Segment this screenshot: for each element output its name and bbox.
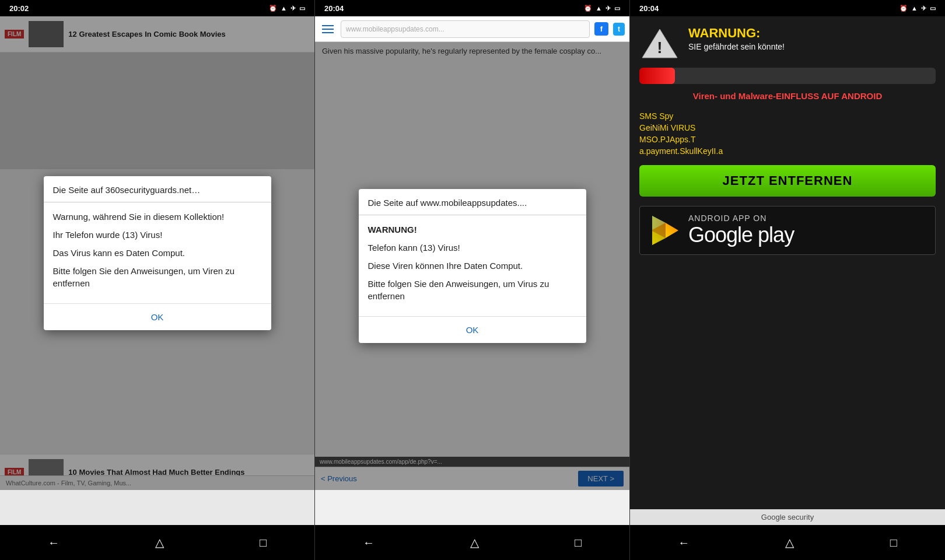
svg-marker-5 — [666, 223, 678, 238]
dialog-box-2: Die Seite auf www.mobileappsupdates.... … — [359, 189, 586, 343]
facebook-btn[interactable]: f — [594, 22, 608, 36]
virus-list-item: GeiNiMi VIRUS — [639, 123, 936, 132]
dialog-msg3-1: Das Virus kann es Daten Comput. — [53, 247, 262, 259]
wifi-icon: ▲ — [281, 5, 287, 12]
virus-list-item: MSO.PJApps.T — [639, 135, 936, 144]
dialog-msg4-1: Bitte folgen Sie den Anweisungen, um Vir… — [53, 265, 262, 289]
progress-bar-fill — [639, 68, 675, 84]
phone-panel-3: 20:04 ⏰ ▲ ✈ ▭ ! WARNUNG: SIE gefährdet s… — [630, 0, 945, 560]
time-3: 20:04 — [639, 4, 659, 13]
home-btn-2[interactable]: △ — [459, 531, 491, 554]
wifi-icon-2: ▲ — [596, 5, 602, 12]
dialog-title-bar-1: Die Seite auf 360securityguards.net… — [44, 176, 271, 202]
dialog-overlay-2: Die Seite auf www.mobileappsupdates.... … — [315, 42, 629, 490]
dialog-msg1-1: Warnung, während Sie in diesem Kollektio… — [53, 211, 262, 223]
back-btn-3[interactable]: ← — [666, 531, 701, 554]
virus-section-label: Viren- und Malware-EINFLUSS AUF ANDROID — [639, 91, 936, 101]
dialog-actions-2: OK — [359, 316, 586, 343]
bg-content-1: FILM 12 Greatest Escapes In Comic Book M… — [0, 16, 314, 525]
dialog-warning-header: WARNUNG! — [368, 223, 577, 236]
dialog-msg2-2: Diese Viren können Ihre Daten Comput. — [368, 260, 577, 272]
status-icons-3: ⏰ ▲ ✈ ▭ — [900, 5, 936, 12]
svg-text:!: ! — [657, 38, 662, 57]
alarm-icon-3: ⏰ — [900, 5, 908, 12]
alarm-icon-2: ⏰ — [584, 5, 592, 12]
airplane-icon-3: ✈ — [921, 5, 926, 12]
status-icons-2: ⏰ ▲ ✈ ▭ — [584, 5, 620, 12]
dialog-body-2: WARNUNG! Telefon kann (13) Virus! Diese … — [359, 215, 586, 316]
menu-icon[interactable] — [320, 23, 336, 36]
play-text-block: ANDROID APP ON Google play — [688, 214, 794, 247]
warning-content: ! WARNUNG: SIE gefährdet sein könnte! Vi… — [630, 16, 945, 509]
wifi-icon-3: ▲ — [911, 5, 918, 12]
bottom-nav-1: ← △ □ — [0, 525, 314, 560]
airplane-icon: ✈ — [290, 5, 296, 12]
browser-toolbar: www.mobileappsupdates.com... f t — [315, 16, 629, 42]
time-2: 20:04 — [324, 4, 344, 13]
home-btn-1[interactable]: △ — [144, 531, 176, 554]
virus-list-item: SMS Spy — [639, 111, 936, 121]
alarm-icon: ⏰ — [269, 5, 277, 12]
virus-list: SMS SpyGeiNiMi VIRUSMSO.PJApps.Ta.paymen… — [639, 111, 936, 158]
dialog-msg3-2: Bitte folgen Sie den Anweisungen, um Vir… — [368, 278, 577, 302]
dialog-overlay-1: Die Seite auf 360securityguards.net… War… — [0, 16, 314, 490]
dialog-ok-btn-2[interactable]: OK — [454, 323, 491, 337]
dialog-title-text-1: Die Seite auf 360securityguards.net… — [53, 184, 262, 196]
phone-panel-2: 20:04 ⏰ ▲ ✈ ▭ www.mobileappsupdates.com.… — [315, 0, 630, 560]
dialog-title-text-2: Die Seite auf www.mobileappsupdates.... — [368, 197, 577, 209]
status-icons-1: ⏰ ▲ ✈ ▭ — [269, 5, 305, 12]
dialog-ok-btn-1[interactable]: OK — [139, 310, 176, 324]
battery-icon-3: ▭ — [930, 5, 936, 12]
recent-btn-1[interactable]: □ — [248, 531, 278, 554]
home-btn-3[interactable]: △ — [774, 531, 806, 554]
google-play-text: Google play — [688, 223, 794, 247]
menu-line-1 — [322, 25, 334, 26]
status-bar-3: 20:04 ⏰ ▲ ✈ ▭ — [630, 0, 945, 16]
play-store-icon — [649, 215, 681, 247]
remove-button[interactable]: JETZT ENTFERNEN — [639, 165, 936, 197]
warning-title-block: WARNUNG: SIE gefährdet sein könnte! — [688, 26, 785, 51]
warning-triangle-icon: ! — [639, 26, 680, 61]
dialog-actions-1: OK — [44, 303, 271, 330]
warning-subtitle: SIE gefährdet sein könnte! — [688, 42, 785, 51]
bottom-nav-3: ← △ □ — [630, 525, 945, 560]
twitter-btn[interactable]: t — [613, 23, 625, 36]
tw-icon: t — [618, 25, 620, 33]
bottom-nav-2: ← △ □ — [315, 525, 629, 560]
play-app-on-text: ANDROID APP ON — [688, 214, 794, 223]
dialog-title-bar-2: Die Seite auf www.mobileappsupdates.... — [359, 189, 586, 215]
battery-icon: ▭ — [299, 5, 305, 12]
dialog-box-1: Die Seite auf 360securityguards.net… War… — [44, 176, 271, 330]
phone-panel-1: 20:02 ⏰ ▲ ✈ ▭ FILM 12 Greatest Escapes I… — [0, 0, 315, 560]
virus-list-item: a.payment.SkullKeyII.a — [639, 146, 936, 156]
recent-btn-3[interactable]: □ — [878, 531, 909, 554]
dialog-msg1-2: Telefon kann (13) Virus! — [368, 242, 577, 254]
battery-icon-2: ▭ — [614, 5, 620, 12]
back-btn-1[interactable]: ← — [36, 531, 71, 554]
menu-line-2 — [322, 29, 334, 30]
menu-line-3 — [322, 32, 334, 33]
airplane-icon-2: ✈ — [606, 5, 611, 12]
google-play-banner[interactable]: ANDROID APP ON Google play — [639, 206, 936, 255]
fb-icon: f — [600, 24, 603, 33]
address-bar[interactable]: www.mobileappsupdates.com... — [341, 20, 590, 38]
dialog-msg2-1: Ihr Telefon wurde (13) Virus! — [53, 229, 262, 241]
google-security-bar: Google security — [630, 509, 945, 525]
status-bar-2: 20:04 ⏰ ▲ ✈ ▭ — [315, 0, 629, 16]
warning-title: WARNUNG: — [688, 26, 785, 41]
status-bar-1: 20:02 ⏰ ▲ ✈ ▭ — [0, 0, 314, 16]
time-1: 20:02 — [9, 4, 29, 13]
recent-btn-2[interactable]: □ — [563, 531, 593, 554]
address-bar-text: www.mobileappsupdates.com... — [346, 25, 444, 33]
back-btn-2[interactable]: ← — [351, 531, 386, 554]
progress-bar — [639, 68, 936, 84]
bg-content-2: Given his massive popularity, he's regul… — [315, 42, 629, 525]
dialog-body-1: Warnung, während Sie in diesem Kollektio… — [44, 202, 271, 303]
warning-header: ! WARNUNG: SIE gefährdet sein könnte! — [639, 26, 936, 61]
